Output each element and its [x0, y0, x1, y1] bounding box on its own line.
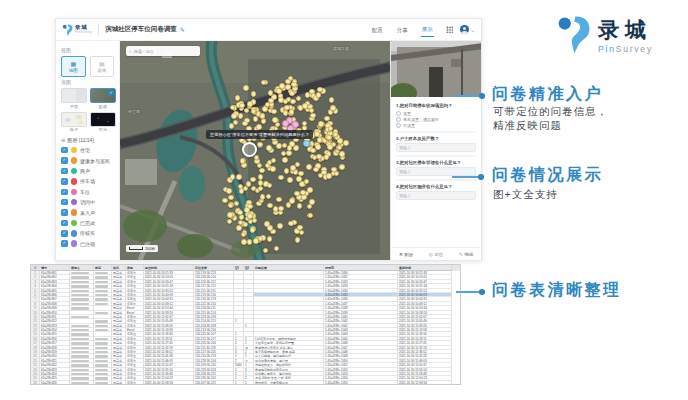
- survey-marker[interactable]: [228, 195, 234, 201]
- survey-marker[interactable]: [285, 79, 291, 85]
- survey-marker[interactable]: [326, 173, 332, 179]
- survey-marker[interactable]: [226, 188, 232, 194]
- survey-marker[interactable]: [305, 92, 311, 98]
- basemap-plain[interactable]: 平面: [61, 88, 87, 109]
- survey-marker[interactable]: [281, 151, 287, 157]
- survey-marker[interactable]: [315, 144, 321, 150]
- survey-marker[interactable]: [267, 225, 273, 231]
- survey-marker[interactable]: [290, 165, 296, 171]
- survey-marker[interactable]: [262, 106, 268, 112]
- legend-item[interactable]: ✓未入户: [61, 207, 114, 217]
- survey-marker[interactable]: [272, 117, 278, 123]
- survey-marker[interactable]: [279, 83, 285, 89]
- survey-marker[interactable]: [298, 171, 304, 177]
- survey-marker[interactable]: [239, 188, 245, 194]
- survey-marker[interactable]: [289, 109, 295, 115]
- survey-marker[interactable]: [267, 203, 273, 209]
- survey-marker[interactable]: [310, 113, 316, 119]
- radio-option[interactable]: 不满意: [396, 122, 476, 128]
- survey-marker[interactable]: [243, 85, 249, 91]
- survey-marker[interactable]: [271, 158, 277, 164]
- survey-marker[interactable]: [329, 97, 335, 103]
- survey-marker[interactable]: [278, 206, 284, 212]
- survey-marker[interactable]: [297, 203, 303, 209]
- survey-table[interactable]: #编号填报人电话状态类型提交时间定位坐标Q1Q2问题反馈记录ID更新时间161a…: [30, 264, 461, 385]
- survey-marker[interactable]: [289, 91, 295, 97]
- survey-marker[interactable]: [316, 154, 322, 160]
- table-row[interactable]: 2661a2f3c826已完成停车位2021-10-30 12:08:56120…: [31, 381, 460, 385]
- survey-marker[interactable]: [317, 137, 323, 143]
- legend-item[interactable]: ✓已注销: [61, 239, 114, 249]
- survey-marker[interactable]: [308, 213, 314, 219]
- survey-marker[interactable]: [277, 223, 283, 229]
- survey-marker[interactable]: [244, 108, 250, 114]
- answer-input[interactable]: 请输入: [396, 191, 476, 200]
- survey-marker[interactable]: [327, 144, 333, 150]
- survey-marker[interactable]: [263, 248, 269, 254]
- survey-marker[interactable]: [246, 181, 252, 187]
- survey-marker[interactable]: [282, 157, 288, 163]
- survey-marker[interactable]: [276, 143, 282, 149]
- layers-header[interactable]: ⊖ 图层 (11/14): [61, 137, 114, 143]
- survey-marker[interactable]: [260, 194, 266, 200]
- survey-marker[interactable]: [317, 87, 323, 93]
- survey-marker[interactable]: [227, 219, 233, 225]
- survey-marker[interactable]: [339, 164, 345, 170]
- survey-marker[interactable]: [291, 82, 297, 88]
- survey-marker[interactable]: [239, 103, 245, 109]
- survey-marker[interactable]: [300, 190, 306, 196]
- survey-marker[interactable]: [296, 96, 302, 102]
- survey-marker[interactable]: [298, 105, 304, 111]
- survey-marker[interactable]: [268, 90, 274, 96]
- legend-item[interactable]: ✓访问中: [61, 197, 114, 207]
- survey-marker[interactable]: [284, 168, 290, 174]
- survey-marker[interactable]: [289, 198, 295, 204]
- survey-marker[interactable]: [276, 197, 282, 203]
- basemap-dark[interactable]: 暗色: [90, 112, 116, 133]
- view-mode-map[interactable]: ▦ 地图: [61, 56, 86, 77]
- survey-marker[interactable]: [270, 166, 276, 172]
- legend-item[interactable]: ✓车位: [61, 187, 114, 197]
- nav-item-display[interactable]: 展示: [421, 22, 434, 37]
- survey-marker[interactable]: [273, 206, 279, 212]
- survey-marker[interactable]: [260, 113, 266, 119]
- survey-marker[interactable]: [252, 218, 258, 224]
- survey-marker[interactable]: [330, 105, 336, 111]
- survey-marker[interactable]: [256, 124, 262, 130]
- survey-marker[interactable]: [251, 91, 257, 97]
- selected-marker-ring[interactable]: [242, 142, 257, 157]
- survey-marker[interactable]: [318, 121, 324, 127]
- survey-marker[interactable]: [304, 179, 310, 185]
- survey-marker[interactable]: [250, 227, 256, 233]
- survey-marker[interactable]: [235, 95, 241, 101]
- survey-marker[interactable]: [307, 204, 313, 210]
- survey-marker[interactable]: [230, 174, 236, 180]
- legend-item[interactable]: ✓商户: [61, 166, 114, 176]
- survey-marker[interactable]: [258, 186, 264, 192]
- survey-marker[interactable]: [234, 201, 240, 207]
- survey-marker[interactable]: [266, 194, 272, 200]
- survey-marker[interactable]: [312, 155, 318, 161]
- survey-marker[interactable]: [314, 131, 320, 137]
- basemap-satellite[interactable]: 影像: [90, 88, 116, 109]
- survey-marker[interactable]: [283, 99, 289, 105]
- survey-marker[interactable]: [337, 145, 343, 151]
- survey-marker[interactable]: [301, 194, 307, 200]
- survey-marker[interactable]: [276, 88, 282, 94]
- survey-marker[interactable]: [236, 174, 242, 180]
- survey-marker[interactable]: [286, 150, 292, 156]
- delete-button[interactable]: ✖ 删除: [399, 252, 413, 257]
- survey-photo[interactable]: [391, 41, 481, 97]
- apps-grid-icon[interactable]: [446, 26, 453, 33]
- legend-item[interactable]: ✓停车场: [61, 176, 114, 186]
- survey-marker[interactable]: [274, 246, 280, 252]
- survey-marker[interactable]: [313, 167, 319, 173]
- answer-input[interactable]: 请输入: [396, 167, 476, 176]
- survey-marker[interactable]: [287, 145, 293, 151]
- survey-marker[interactable]: [337, 138, 343, 144]
- legend-item[interactable]: ✓健康参与居民: [61, 155, 114, 165]
- search-input[interactable]: [134, 49, 192, 54]
- survey-marker[interactable]: [241, 239, 247, 245]
- legend-item[interactable]: ✓住宅: [61, 145, 114, 155]
- survey-marker[interactable]: [316, 92, 322, 98]
